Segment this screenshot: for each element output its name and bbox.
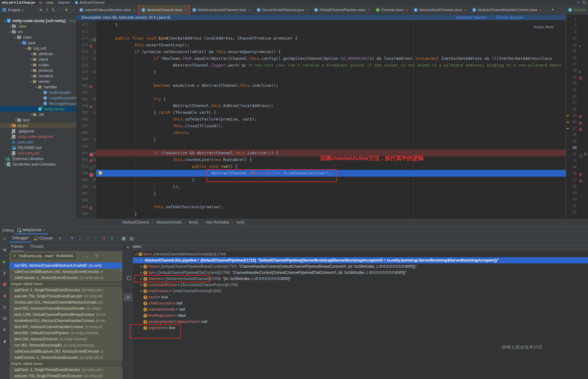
- tree-item-org-xzll[interactable]: org.xzll: [0, 45, 76, 51]
- fold-marker-icon[interactable]: [93, 71, 96, 73]
- editor-tab[interactable]: CAbstractEpollChannel.class: [411, 5, 470, 15]
- line-number[interactable]: 42: [566, 209, 577, 216]
- stack-frame-row[interactable]: execute:758, SingleThreadEventExecutor(i…: [9, 373, 123, 379]
- override-marker-icon[interactable]: ↑@: [89, 36, 94, 40]
- line-number[interactable]: 490: [77, 143, 88, 150]
- editor-tab[interactable]: CAbstractChannelHandlerContext.class: [469, 5, 545, 15]
- close-icon[interactable]: [367, 8, 370, 12]
- editor-tab[interactable]: CServerSocketChannel.java: [254, 5, 311, 15]
- stop-icon[interactable]: [0, 282, 9, 287]
- stack-frame-row[interactable]: invokeLater:931, AbstractChannel$Abstrac…: [9, 299, 123, 305]
- download-sources-link[interactable]: Download Sources: [456, 15, 487, 20]
- fold-marker-icon[interactable]: [93, 57, 96, 59]
- variable-row-this[interactable]: ▸this={AbstractChannel$AbstractUnsafe$2@…: [133, 251, 588, 257]
- breadcrumb-channel[interactable]: channel: [55, 1, 70, 4]
- line-number[interactable]: 483: [77, 96, 88, 102]
- scroll-down-icon[interactable]: ▼: [119, 278, 122, 281]
- line-number[interactable]: 496: [77, 183, 88, 190]
- line-number[interactable]: 478: [77, 62, 88, 69]
- fold-marker-icon[interactable]: [93, 179, 96, 181]
- variable-row-pendinghandlercallbackhead[interactable]: fpendingHandlerCallbackHead=null: [133, 319, 588, 325]
- close-icon[interactable]: [248, 8, 251, 12]
- tree-item-netty-code-study-iml[interactable]: netty-code-study.iml: [0, 134, 76, 139]
- stack-frame-row[interactable]: invokeBind:512, AbstractChannelHandlerCo…: [9, 318, 123, 324]
- line-number[interactable]: 33: [566, 158, 577, 164]
- gear-icon[interactable]: ⚙: [65, 8, 68, 12]
- stack-frame-row[interactable]: safeExecute:-1, AbstractEventExecutor(io…: [9, 275, 123, 281]
- tree-chevron-icon[interactable]: [28, 81, 33, 82]
- fold-marker-icon[interactable]: [93, 186, 96, 188]
- stack-frame-row[interactable]: safeExecute:-1, AbstractEventExecutor(io…: [9, 354, 123, 361]
- thread-dropdown[interactable]: ✔ "nioEventLoop...main": RUNNING ▼: [11, 252, 76, 260]
- close-icon[interactable]: [184, 8, 187, 12]
- tree-chevron-icon[interactable]: [13, 119, 17, 121]
- tree-item-authhandler[interactable]: CAuthHandler: [0, 90, 76, 95]
- tree-item-java[interactable]: java: [0, 40, 76, 45]
- tree-item-src[interactable]: src: [0, 29, 76, 34]
- add-watch-icon[interactable]: +: [123, 244, 133, 250]
- line-number[interactable]: 19: [566, 74, 577, 80]
- scroll-up-icon[interactable]: ▲: [119, 269, 122, 272]
- expand-chevron-icon[interactable]: ▸: [134, 251, 138, 257]
- breadcrumb-item[interactable]: new Runnable: [198, 220, 229, 224]
- line-number[interactable]: 486: [77, 116, 88, 123]
- remove-watch-icon[interactable]: −: [123, 254, 133, 259]
- watches-toggle-icon[interactable]: ∞: [123, 293, 133, 301]
- tree-item-client[interactable]: client: [0, 56, 76, 62]
- line-number[interactable]: 473: [77, 28, 88, 35]
- line-number[interactable]: 18: [566, 67, 577, 74]
- line-number[interactable]: 474: [77, 35, 88, 42]
- line-number[interactable]: 39: [566, 190, 577, 196]
- tree-chevron-icon[interactable]: [8, 125, 12, 126]
- breadcrumb-item[interactable]: run(): [229, 220, 244, 224]
- stack-frame-row[interactable]: execute:758, SingleThreadEventExecutor(i…: [9, 293, 123, 299]
- debug-session-tab[interactable]: NettyServer ✕: [15, 226, 48, 234]
- line-number[interactable]: 34: [566, 164, 577, 170]
- camera-icon[interactable]: [0, 316, 9, 321]
- fold-marker-icon[interactable]: [93, 165, 96, 167]
- line-number[interactable]: 38: [566, 183, 577, 190]
- line-number[interactable]: 487: [77, 123, 88, 129]
- tab-threads[interactable]: Threads: [30, 244, 43, 249]
- close-icon[interactable]: [305, 8, 308, 12]
- tree-chevron-icon[interactable]: [23, 48, 28, 49]
- line-number[interactable]: 36: [566, 170, 577, 177]
- breakpoint-icon[interactable]: [89, 104, 94, 108]
- line-number[interactable]: 482: [77, 89, 88, 96]
- expand-all-icon[interactable]: ⇕: [46, 8, 49, 12]
- expand-chevron-icon[interactable]: ▾: [134, 257, 138, 263]
- locate-icon[interactable]: ⊕: [40, 8, 43, 12]
- tab-console[interactable]: Console: [32, 234, 56, 243]
- tree-item-nettyserver[interactable]: CNettyServer: [0, 106, 76, 112]
- hidden-tabs-chevron-icon[interactable]: ▼: [551, 8, 554, 11]
- pause-icon[interactable]: ‖: [0, 271, 9, 275]
- stack-frame-row[interactable]: safeExecute$$$capture:163, AbstractEvent…: [9, 348, 123, 354]
- prev-frame-icon[interactable]: ↑: [78, 254, 80, 258]
- close-icon[interactable]: [539, 8, 542, 12]
- breadcrumb-item[interactable]: AbstractChannel: [122, 220, 149, 224]
- tab-frames[interactable]: Frames: [11, 244, 24, 251]
- gear-icon[interactable]: ⚙: [0, 327, 9, 332]
- filter-funnel-icon[interactable]: ▽: [95, 254, 98, 258]
- resume-icon[interactable]: ▶: [0, 259, 9, 264]
- tree-chevron-icon[interactable]: [8, 25, 12, 27]
- line-number[interactable]: 28: [566, 132, 577, 138]
- tab-debugger[interactable]: Debugger: [9, 234, 32, 243]
- tree-item-test[interactable]: test: [0, 117, 76, 123]
- run-to-cursor-icon[interactable]: ⇩: [108, 236, 116, 241]
- stack-frame-row[interactable]: bind:980, DefaultChannelPipeline(io.nett…: [9, 330, 123, 336]
- step-into-icon[interactable]: ↓: [76, 236, 84, 241]
- fold-marker-icon[interactable]: [93, 138, 96, 140]
- close-icon[interactable]: [133, 8, 136, 12]
- line-number[interactable]: 484: [77, 102, 88, 109]
- tree-item-target[interactable]: target: [0, 123, 76, 128]
- expand-chevron-icon[interactable]: ▸: [139, 276, 143, 282]
- drop-frame-icon[interactable]: ✕: [100, 236, 108, 241]
- variable-row-tail[interactable]: ▸ftail={DefaultChannelPipeline$TailConte…: [133, 270, 588, 276]
- line-number[interactable]: 494: [77, 170, 88, 177]
- right-split-gutter[interactable]: 1231314▶15161718▶19202122232425262728293…: [566, 15, 588, 218]
- variable-row-channel[interactable]: ▸fchannel={NioServerSocketChannel@1556}"…: [133, 276, 588, 282]
- layout-menu-icon[interactable]: ≡: [56, 236, 64, 241]
- hide-panel-icon[interactable]: ─: [71, 8, 74, 12]
- line-number[interactable]: 24: [566, 106, 577, 113]
